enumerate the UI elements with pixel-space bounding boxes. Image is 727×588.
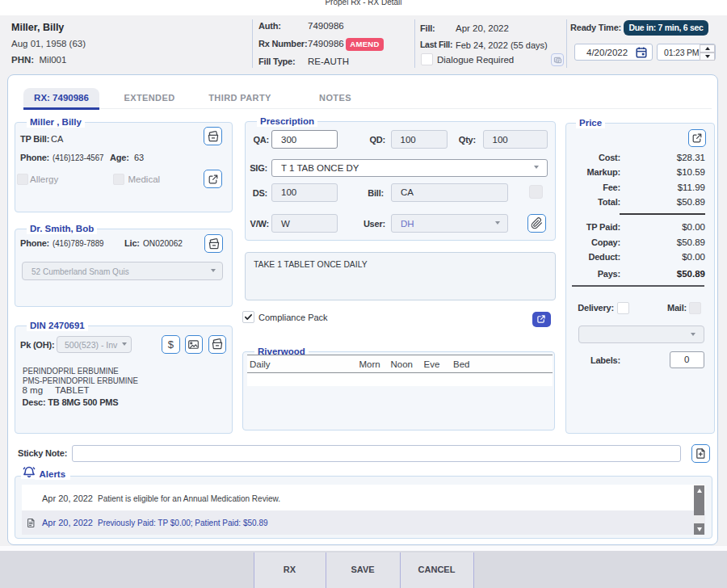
svg-text:$: $ bbox=[168, 338, 174, 351]
